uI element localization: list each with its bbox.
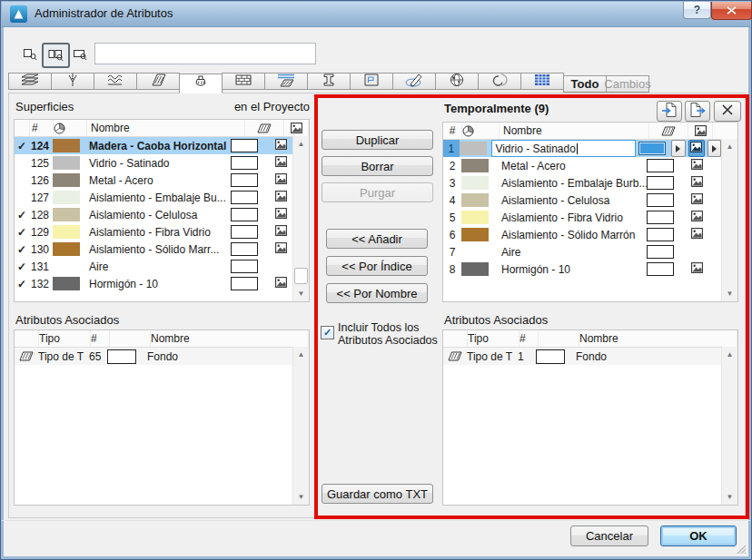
row-number: 127 (29, 192, 53, 204)
scroll-down-icon[interactable]: ▼ (294, 490, 308, 504)
tab-building-materials[interactable] (264, 73, 308, 90)
fill-preview[interactable] (647, 193, 674, 207)
fill-preview[interactable] (231, 173, 258, 187)
list-item[interactable]: 127Aislamiento - Embalaje Bu... (15, 189, 292, 206)
fill-expand-button[interactable] (671, 140, 685, 157)
search-by-index-button[interactable] (17, 43, 43, 66)
titlebar[interactable]: Administrador de Atributos ? (2, 2, 750, 27)
tab-zones[interactable] (350, 73, 393, 90)
list-item[interactable]: 4Aislamiento - Celulosa (443, 192, 721, 209)
tab-composites[interactable] (222, 73, 265, 90)
tab-line-types[interactable] (94, 73, 137, 90)
ok-button[interactable]: OK (660, 526, 737, 546)
list-item[interactable]: 7Aire (443, 243, 721, 260)
assoc-row[interactable]: Tipo de T65Fondo (15, 348, 292, 365)
tab-layers[interactable] (8, 73, 52, 90)
search-by-index-and-name-button[interactable] (42, 43, 70, 68)
search-by-name-button[interactable] (68, 43, 93, 66)
tab-markup[interactable] (392, 73, 436, 90)
list-item[interactable]: ✓128Aislamiento - Celulosa (15, 206, 292, 223)
list-item[interactable]: ✓131Aire (15, 258, 292, 275)
import-attributes-button[interactable] (657, 101, 682, 122)
fill-preview[interactable] (231, 139, 258, 152)
fill-preview[interactable] (647, 176, 674, 190)
tab-fill-types[interactable] (136, 73, 180, 90)
texture-icon (275, 139, 287, 152)
list-item[interactable]: ✓129Aislamiento - Fibra Vidrio (15, 223, 292, 241)
save-txt-button[interactable]: Guardar como TXT (322, 484, 433, 504)
delete-button[interactable]: Borrar (322, 156, 433, 176)
list-item[interactable]: 2Metal - Acero (443, 157, 721, 174)
fill-preview[interactable] (647, 262, 674, 276)
list-item[interactable]: ✓130Aislamiento - Sólido Marr... (15, 241, 292, 258)
duplicate-button[interactable]: Duplicar (322, 130, 433, 150)
add-button[interactable]: << Añadir (326, 229, 428, 249)
tab-profiles[interactable] (307, 73, 351, 90)
close-button[interactable] (711, 2, 752, 20)
left-assoc-header: Tipo # Nombre (15, 330, 309, 348)
by-name-button[interactable]: << Por Nombre (326, 283, 428, 303)
by-index-button[interactable]: << Por Índice (326, 256, 428, 276)
fill-preview[interactable] (231, 156, 258, 170)
texture-button[interactable] (688, 140, 705, 157)
tab-renovation[interactable] (478, 73, 521, 90)
right-arrow-icon (712, 145, 717, 152)
tab-pens[interactable] (51, 73, 94, 90)
locations-icon (447, 73, 467, 90)
fill-preview[interactable] (231, 191, 258, 204)
surfaces-scrollbar[interactable]: ▲ ▼ (292, 136, 309, 301)
right-assoc-scrollbar[interactable]: ▲ ▼ (721, 347, 737, 505)
scroll-up-icon[interactable]: ▲ (723, 348, 737, 361)
include-associated-checkbox[interactable]: ✓ (321, 326, 334, 339)
scroll-thumb[interactable] (294, 268, 308, 284)
fill-preview[interactable] (638, 142, 666, 155)
tab-surfaces[interactable] (179, 74, 223, 93)
fill-preview[interactable] (647, 211, 674, 224)
list-item[interactable]: 8Hormigón - 10 (443, 260, 721, 278)
row-number: 4 (443, 194, 461, 207)
name-edit-field[interactable]: Vidrio - Satinado (491, 140, 636, 157)
export-attributes-button[interactable] (685, 101, 710, 122)
row-number: 130 (29, 243, 53, 256)
list-item[interactable]: ✓132Hormigón - 10 (15, 275, 292, 292)
scroll-up-icon[interactable]: ▲ (294, 137, 308, 151)
tab-locations[interactable] (435, 73, 479, 90)
fill-preview[interactable] (231, 242, 258, 256)
include-associated-label: Incluir Todos los Atributos Asociados (338, 321, 445, 347)
resize-grip-icon[interactable] (736, 544, 747, 555)
texture-expand-button[interactable] (707, 140, 721, 157)
color-swatch (461, 228, 498, 241)
tab-schedules[interactable] (520, 73, 564, 90)
list-item[interactable]: 6Aislamiento - Sólido Marrón (443, 226, 721, 243)
scroll-down-icon[interactable]: ▼ (723, 287, 737, 300)
list-item[interactable]: 1Vidrio - Satinado (443, 140, 721, 157)
assoc-row[interactable]: Tipo de T1Fondo (443, 348, 721, 365)
list-item[interactable]: ✓124Madera - Caoba Horizontal (15, 137, 292, 154)
fill-preview[interactable] (647, 245, 674, 259)
list-item[interactable]: 5Aislamiento - Fibra Vidrio (443, 209, 721, 226)
swatch-color (461, 228, 489, 241)
fill-preview[interactable] (231, 277, 258, 290)
scroll-down-icon[interactable]: ▼ (723, 490, 737, 504)
scroll-up-icon[interactable]: ▲ (294, 348, 308, 361)
tab-todo[interactable]: Todo (563, 75, 607, 93)
left-assoc-scrollbar[interactable]: ▲ ▼ (292, 347, 309, 505)
left-panel-scope-label: en el Proyecto (228, 100, 310, 113)
fill-preview[interactable] (231, 260, 258, 273)
list-item[interactable]: 125Vidrio - Satinado (15, 154, 292, 172)
fill-preview[interactable] (231, 208, 258, 221)
clear-list-button[interactable] (714, 101, 741, 122)
footer-separator (2, 520, 750, 521)
fill-preview[interactable] (647, 159, 674, 172)
list-item[interactable]: 3Aislamiento - Embalaje Burb... (443, 174, 721, 192)
list-item[interactable]: 126Metal - Acero (15, 172, 292, 189)
scroll-down-icon[interactable]: ▼ (294, 287, 308, 300)
fill-preview[interactable] (231, 225, 258, 239)
help-button[interactable]: ? (683, 2, 711, 19)
search-input[interactable] (94, 43, 316, 64)
texture-icon (275, 208, 287, 221)
temporary-scrollbar[interactable]: ▲ ▼ (721, 139, 737, 301)
scroll-up-icon[interactable]: ▲ (723, 140, 737, 153)
fill-preview[interactable] (647, 228, 674, 241)
cancel-button[interactable]: Cancelar (570, 526, 648, 546)
